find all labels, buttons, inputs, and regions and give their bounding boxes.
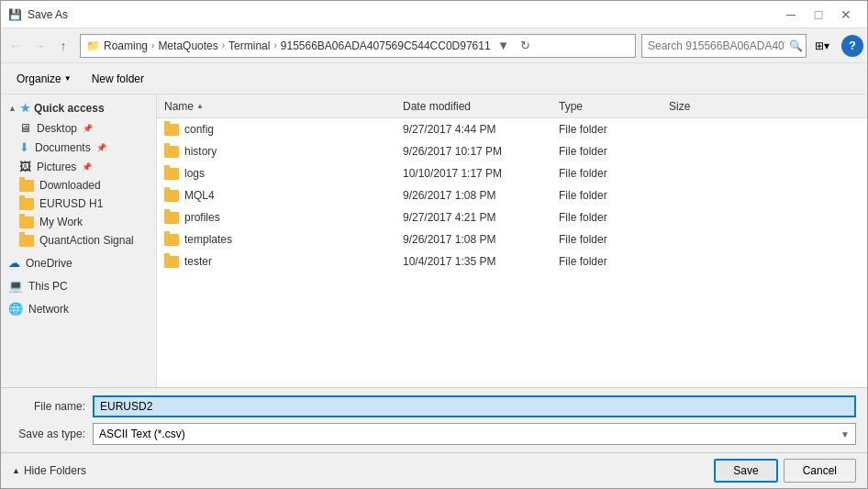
cancel-button[interactable]: Cancel bbox=[784, 459, 856, 483]
savetype-dropdown-icon: ▼ bbox=[840, 429, 850, 439]
table-row[interactable]: config 9/27/2017 4:44 PM File folder bbox=[157, 118, 867, 140]
help-button[interactable]: ? bbox=[841, 35, 863, 57]
sidebar-network-label: Network bbox=[28, 303, 69, 316]
footer: ▲ Hide Folders Save Cancel bbox=[1, 452, 867, 488]
file-name: templates bbox=[184, 233, 232, 246]
file-cell-type: File folder bbox=[559, 167, 669, 180]
table-row[interactable]: logs 10/10/2017 1:17 PM File folder bbox=[157, 162, 867, 184]
sidebar-item-downloaded[interactable]: Downloaded bbox=[1, 176, 156, 194]
sidebar-item-thispc[interactable]: 💻 This PC bbox=[1, 276, 156, 295]
sidebar-item-desktop[interactable]: 🖥 Desktop 📌 bbox=[1, 118, 156, 138]
thispc-icon: 💻 bbox=[8, 279, 23, 293]
address-sep-1: › bbox=[151, 40, 154, 50]
file-cell-name: MQL4 bbox=[164, 189, 403, 202]
table-row[interactable]: tester 10/4/2017 1:35 PM File folder bbox=[157, 250, 867, 272]
refresh-button[interactable]: ↻ bbox=[517, 37, 535, 55]
address-crumb-roaming[interactable]: Roaming bbox=[104, 39, 148, 52]
search-input[interactable] bbox=[648, 39, 785, 52]
search-icon: 🔍 bbox=[789, 39, 803, 52]
table-row[interactable]: templates 9/26/2017 1:08 PM File folder bbox=[157, 228, 867, 250]
search-bar: 🔍 bbox=[641, 34, 807, 58]
table-row[interactable]: history 9/26/2017 10:17 PM File folder bbox=[157, 140, 867, 162]
quick-access-chevron: ▲ bbox=[8, 104, 17, 113]
file-folder-icon bbox=[164, 146, 179, 158]
file-cell-name: profiles bbox=[164, 211, 403, 224]
quick-access-label: Quick access bbox=[34, 102, 105, 115]
save-button[interactable]: Save bbox=[714, 459, 777, 483]
new-folder-label: New folder bbox=[92, 72, 144, 85]
filename-input[interactable] bbox=[93, 395, 856, 417]
desktop-icon: 🖥 bbox=[19, 121, 31, 135]
network-section: 🌐 Network bbox=[1, 299, 156, 318]
toolbar: ← → ↑ 📁 Roaming › MetaQuotes › Terminal … bbox=[1, 28, 867, 63]
col-date-header[interactable]: Date modified bbox=[403, 100, 559, 113]
onedrive-section: ☁ OneDrive bbox=[1, 253, 156, 272]
sidebar-item-pictures[interactable]: 🖼 Pictures 📌 bbox=[1, 157, 156, 176]
sidebar-item-eurusd[interactable]: EURUSD H1 bbox=[1, 194, 156, 213]
quick-access-section: ▲ ★ Quick access 🖥 Desktop 📌 ⬇ Documents… bbox=[1, 98, 156, 250]
address-sep-2: › bbox=[222, 40, 225, 50]
table-row[interactable]: MQL4 9/26/2017 1:08 PM File folder bbox=[157, 184, 867, 206]
address-dropdown-button[interactable]: ▼ bbox=[495, 37, 513, 55]
new-folder-button[interactable]: New folder bbox=[83, 68, 152, 90]
onedrive-icon: ☁ bbox=[8, 256, 20, 270]
sidebar-onedrive-label: OneDrive bbox=[26, 257, 72, 270]
view-options-button[interactable]: ⊞▾ bbox=[808, 35, 836, 57]
col-name-header[interactable]: Name ▲ bbox=[164, 100, 403, 113]
title-bar-controls: ─ □ ✕ bbox=[777, 2, 860, 28]
col-sort-icon: ▲ bbox=[196, 102, 204, 110]
sidebar-item-onedrive[interactable]: ☁ OneDrive bbox=[1, 253, 156, 272]
minimize-button[interactable]: ─ bbox=[777, 2, 805, 28]
pictures-pin-icon: 📌 bbox=[82, 162, 92, 172]
save-label: Save bbox=[733, 464, 758, 477]
address-crumb-id[interactable]: 915566BA06ADA407569C544CC0D97611 bbox=[281, 39, 491, 52]
thispc-section: 💻 This PC bbox=[1, 276, 156, 295]
col-type-header[interactable]: Type bbox=[559, 100, 669, 113]
sidebar-quantaction-label: QuantAction Signal bbox=[39, 234, 134, 247]
filename-row: File name: bbox=[12, 395, 856, 417]
address-crumb-terminal[interactable]: Terminal bbox=[228, 39, 270, 52]
up-button[interactable]: ↑ bbox=[52, 35, 74, 57]
action-bar: Organize ▼ New folder bbox=[1, 63, 867, 94]
file-cell-name: config bbox=[164, 123, 403, 136]
file-folder-icon bbox=[164, 190, 179, 202]
sidebar-desktop-label: Desktop bbox=[37, 122, 77, 135]
file-name: logs bbox=[184, 167, 205, 180]
save-as-dialog: 💾 Save As ─ □ ✕ ← → ↑ 📁 Roaming › MetaQu… bbox=[0, 0, 868, 489]
col-size-header[interactable]: Size bbox=[669, 100, 742, 113]
address-bar: 📁 Roaming › MetaQuotes › Terminal › 9155… bbox=[80, 34, 636, 58]
file-cell-date: 10/4/2017 1:35 PM bbox=[403, 255, 559, 268]
file-cell-name: tester bbox=[164, 255, 403, 268]
file-cell-date: 9/26/2017 1:08 PM bbox=[403, 233, 559, 246]
quick-access-header[interactable]: ▲ ★ Quick access bbox=[1, 98, 156, 118]
back-button[interactable]: ← bbox=[5, 35, 27, 57]
file-name: history bbox=[184, 145, 217, 158]
file-cell-type: File folder bbox=[559, 211, 669, 224]
title-bar-left: 💾 Save As bbox=[8, 8, 68, 21]
downloaded-folder-icon bbox=[19, 180, 34, 192]
file-cell-type: File folder bbox=[559, 145, 669, 158]
file-folder-icon bbox=[164, 256, 179, 268]
forward-button[interactable]: → bbox=[28, 35, 50, 57]
file-folder-icon bbox=[164, 234, 179, 246]
address-crumb-metaquotes[interactable]: MetaQuotes bbox=[158, 39, 217, 52]
close-button[interactable]: ✕ bbox=[832, 2, 860, 28]
hide-folders-button[interactable]: ▲ Hide Folders bbox=[12, 464, 86, 477]
sidebar-item-network[interactable]: 🌐 Network bbox=[1, 299, 156, 318]
sidebar-item-quantaction[interactable]: QuantAction Signal bbox=[1, 231, 156, 250]
main-content: ▲ ★ Quick access 🖥 Desktop 📌 ⬇ Documents… bbox=[1, 94, 867, 387]
maximize-button[interactable]: □ bbox=[805, 2, 832, 28]
file-folder-icon bbox=[164, 212, 179, 224]
sidebar-item-mywork[interactable]: My Work bbox=[1, 213, 156, 231]
star-icon: ★ bbox=[20, 102, 30, 115]
sidebar-mywork-label: My Work bbox=[39, 216, 83, 228]
sidebar-item-documents[interactable]: ⬇ Documents 📌 bbox=[1, 138, 156, 157]
address-icon: 📁 bbox=[86, 39, 100, 52]
savetype-select[interactable]: ASCII Text (*.csv) ▼ bbox=[93, 423, 856, 445]
file-cell-date: 9/26/2017 1:08 PM bbox=[403, 189, 559, 202]
savetype-value: ASCII Text (*.csv) bbox=[99, 428, 185, 440]
window-icon: 💾 bbox=[8, 8, 22, 21]
sidebar: ▲ ★ Quick access 🖥 Desktop 📌 ⬇ Documents… bbox=[1, 94, 157, 387]
organize-button[interactable]: Organize ▼ bbox=[8, 68, 80, 90]
table-row[interactable]: profiles 9/27/2017 4:21 PM File folder bbox=[157, 206, 867, 228]
